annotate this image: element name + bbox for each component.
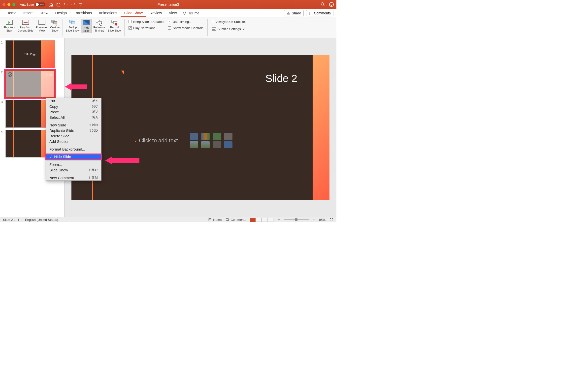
more-qat-icon[interactable] bbox=[78, 2, 83, 7]
normal-view-button[interactable] bbox=[250, 218, 256, 222]
menu-item-paste[interactable]: Paste⌘V bbox=[46, 109, 101, 115]
home-icon[interactable] bbox=[49, 2, 53, 7]
insert-table-icon[interactable] bbox=[190, 133, 198, 140]
show-media-controls-checkbox[interactable]: Show Media Controls bbox=[168, 26, 203, 30]
menu-item-slide-show[interactable]: Slide Show⇧⌘↩ bbox=[46, 167, 101, 173]
menu-separator bbox=[46, 121, 101, 121]
autosave-toggle[interactable]: AutoSave OFF bbox=[20, 2, 45, 6]
slideshow-view-button[interactable] bbox=[268, 218, 273, 222]
presenter-view-button[interactable]: PresenterView bbox=[35, 19, 49, 33]
maximize-window-button[interactable] bbox=[12, 3, 15, 6]
ribbon-tab-animations[interactable]: Animations bbox=[95, 9, 121, 17]
menu-item-duplicate-slide[interactable]: Duplicate Slide⇧⌘D bbox=[46, 128, 101, 133]
autosave-switch[interactable]: OFF bbox=[35, 2, 45, 6]
slide-title[interactable]: Slide 2 bbox=[265, 73, 297, 84]
account-icon[interactable] bbox=[329, 2, 334, 7]
always-use-subtitles-checkbox[interactable]: Always Use Subtitles bbox=[212, 20, 246, 24]
insert-online-picture-icon[interactable] bbox=[201, 141, 210, 148]
lightbulb-icon bbox=[183, 11, 187, 15]
zoom-out-button[interactable]: − bbox=[277, 217, 280, 222]
subtitle-settings-dropdown[interactable]: Subtitle Settings bbox=[212, 27, 246, 31]
menu-item-cut[interactable]: Cut⌘X bbox=[46, 98, 101, 104]
redo-icon[interactable] bbox=[71, 2, 75, 7]
ribbon-tab-insert[interactable]: Insert bbox=[20, 9, 36, 17]
slide-thumbnail-2[interactable]: Slide 2 bbox=[5, 70, 55, 98]
reading-view-button[interactable] bbox=[262, 218, 267, 222]
use-timings-checkbox[interactable]: Use Timings bbox=[168, 20, 203, 24]
zoom-level[interactable]: 95% bbox=[319, 218, 326, 222]
play-from-start-button[interactable]: Play fromStart bbox=[2, 19, 16, 33]
language-indicator[interactable]: English (United States) bbox=[25, 218, 58, 222]
slide-counter[interactable]: Slide 2 of 4 bbox=[3, 218, 19, 222]
record-slide-show-button[interactable]: RecordSlide Show bbox=[107, 19, 122, 33]
ribbon-divider bbox=[63, 19, 63, 36]
menu-item-add-section[interactable]: Add Section bbox=[46, 139, 101, 144]
play-narrations-checkbox[interactable]: Play Narrations bbox=[129, 26, 163, 30]
content-placeholder[interactable]: Click to add text bbox=[130, 98, 295, 182]
menu-item-new-slide[interactable]: New Slide⇧⌘N bbox=[46, 122, 101, 128]
placeholder-text: Click to add text bbox=[135, 137, 178, 144]
hide-slide-button[interactable]: HideSlide bbox=[81, 19, 92, 33]
share-button[interactable]: Share bbox=[284, 10, 304, 16]
menu-separator bbox=[46, 153, 101, 153]
minimize-window-button[interactable] bbox=[7, 3, 10, 6]
slide-corner-shape bbox=[121, 71, 124, 75]
undo-icon[interactable] bbox=[64, 2, 68, 7]
comments-toggle[interactable]: Comments bbox=[226, 218, 246, 222]
slide-thumbnail-1[interactable]: Title Page bbox=[5, 40, 55, 68]
ribbon-tab-home[interactable]: Home bbox=[3, 9, 20, 17]
hidden-icon bbox=[8, 72, 12, 77]
rehearse-timings-button[interactable]: RehearseTimings bbox=[92, 19, 106, 33]
ribbon-tab-view[interactable]: View bbox=[165, 9, 180, 17]
svg-rect-8 bbox=[24, 22, 28, 23]
hidden-slide-indicator bbox=[6, 71, 54, 97]
menu-item-new-comment[interactable]: New Comment⇧⌘M bbox=[46, 175, 101, 180]
search-icon[interactable] bbox=[321, 2, 325, 7]
slide-gradient-panel bbox=[313, 55, 329, 200]
save-icon[interactable] bbox=[56, 2, 61, 7]
keep-slides-updated-checkbox[interactable]: Keep Slides Updated bbox=[129, 20, 163, 24]
sorter-view-button[interactable] bbox=[256, 218, 261, 222]
insert-3d-icon[interactable] bbox=[224, 133, 232, 140]
ribbon-divider bbox=[124, 19, 125, 36]
ribbon-tab-slide-show[interactable]: Slide Show bbox=[121, 9, 146, 17]
thumb-number: 2 bbox=[1, 70, 4, 74]
tell-me-search[interactable]: Tell me bbox=[183, 11, 199, 15]
insert-icon-icon[interactable] bbox=[224, 141, 232, 148]
menu-item-format-background[interactable]: Format Background... bbox=[46, 146, 101, 152]
insert-video-icon[interactable] bbox=[213, 141, 221, 148]
subtitle-icon bbox=[212, 27, 216, 31]
thumb-number: 1 bbox=[1, 40, 4, 44]
ribbon-tab-review[interactable]: Review bbox=[146, 9, 165, 17]
menu-item-hide-slide[interactable]: Hide Slide bbox=[46, 154, 101, 159]
menu-item-zoom[interactable]: Zoom... bbox=[46, 162, 101, 167]
slide-canvas[interactable]: Slide 2 Click to add text bbox=[71, 55, 329, 200]
zoom-in-button[interactable]: + bbox=[313, 218, 315, 222]
notes-toggle[interactable]: Notes bbox=[208, 218, 222, 222]
set-up-slide-show-button[interactable]: Set UpSlide Show bbox=[65, 19, 80, 33]
autosave-label: AutoSave bbox=[20, 3, 34, 6]
svg-point-4 bbox=[332, 4, 332, 4]
insert-smartart-icon[interactable] bbox=[213, 133, 221, 140]
chevron-down-icon bbox=[242, 28, 245, 30]
window-controls bbox=[2, 3, 15, 6]
ribbon-divider bbox=[207, 19, 208, 36]
fit-to-window-button[interactable] bbox=[329, 218, 333, 222]
ribbon-tab-transitions[interactable]: Transitions bbox=[70, 9, 95, 17]
svg-rect-24 bbox=[212, 29, 215, 30]
ribbon-tab-draw[interactable]: Draw bbox=[36, 9, 52, 17]
slide-canvas-area: Slide 2 Click to add text bbox=[65, 38, 336, 217]
zoom-slider[interactable] bbox=[284, 219, 309, 220]
close-window-button[interactable] bbox=[2, 3, 5, 6]
comments-button[interactable]: Comments bbox=[306, 10, 333, 16]
ribbon-tab-design[interactable]: Design bbox=[52, 9, 70, 17]
svg-rect-10 bbox=[39, 22, 45, 22]
menu-item-select-all[interactable]: Select All⌘A bbox=[46, 115, 101, 120]
menu-item-delete-slide[interactable]: Delete Slide bbox=[46, 133, 101, 139]
play-from-current-slide-button[interactable]: Play fromCurrent Slide bbox=[16, 19, 34, 33]
menu-item-copy[interactable]: Copy⌘C bbox=[46, 104, 101, 109]
custom-show-button[interactable]: CustomShow bbox=[49, 19, 61, 33]
quick-access-toolbar bbox=[49, 2, 83, 7]
insert-picture-icon[interactable] bbox=[190, 141, 198, 148]
insert-chart-icon[interactable] bbox=[201, 133, 210, 140]
